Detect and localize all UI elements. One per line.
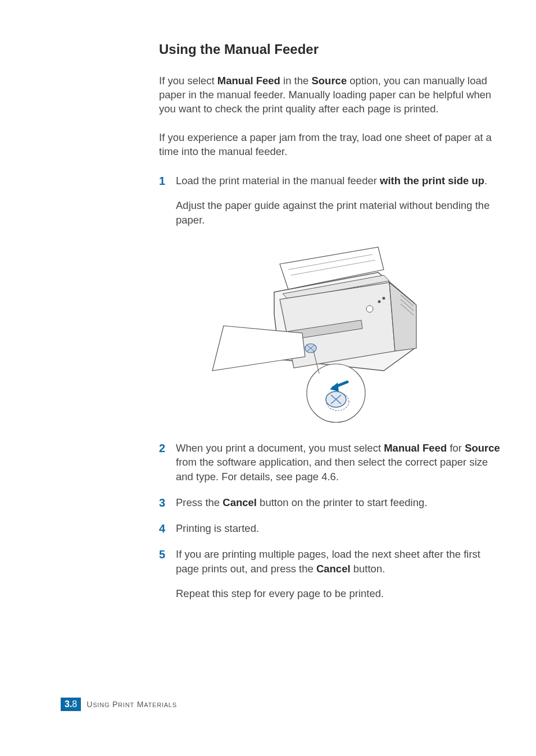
step-body: Load the print material in the manual fe… (176, 174, 502, 227)
svg-point-11 (378, 300, 381, 303)
intro-paragraph-2: If you experience a paper jam from the t… (159, 131, 502, 159)
step-text: Adjust the paper guide against the print… (176, 198, 502, 227)
text: Load the print material in the manual fe… (176, 175, 380, 186)
bold-text: Source (311, 75, 347, 86)
text: in the (280, 75, 312, 86)
step-text: Repeat this step for every page to be pr… (176, 586, 502, 601)
text: ATERIALS (144, 702, 177, 708)
step-body: When you print a document, you must sele… (176, 441, 502, 485)
text: M (137, 700, 144, 709)
bold-text: Source (465, 442, 500, 454)
chapter-number: 3. (65, 699, 72, 709)
step-number: 5 (159, 547, 176, 562)
bold-text: with the print side up (380, 175, 484, 186)
step-5: 5 If you are printing multiple pages, lo… (159, 547, 502, 601)
footer-section-title: USING PRINT MATERIALS (87, 700, 177, 709)
page-footer: 3.8 USING PRINT MATERIALS (61, 698, 177, 711)
text: U (87, 700, 93, 709)
text: P (112, 700, 118, 709)
step-1: 1 Load the print material in the manual … (159, 174, 502, 227)
step-2: 2 When you print a document, you must se… (159, 441, 502, 485)
printer-illustration (193, 239, 434, 424)
text: When you print a document, you must sele… (176, 442, 384, 454)
step-number: 4 (159, 521, 176, 536)
step-number: 3 (159, 495, 176, 510)
svg-marker-14 (212, 326, 305, 371)
text: Press the (176, 497, 222, 508)
page-number-badge: 3.8 (61, 698, 81, 711)
bold-text: Manual Feed (384, 442, 447, 454)
text: for (447, 442, 465, 454)
text: . (484, 175, 487, 186)
step-text: When you print a document, you must sele… (176, 441, 502, 485)
bold-text: Manual Feed (217, 75, 280, 86)
text: from the software application, and then … (176, 456, 488, 482)
step-body: Press the Cancel button on the printer t… (176, 495, 502, 510)
step-text: Printing is started. (176, 521, 502, 536)
page-number: 8 (72, 699, 77, 709)
step-text: Load the print material in the manual fe… (176, 174, 502, 188)
step-number: 1 (159, 174, 176, 188)
svg-point-10 (366, 306, 373, 312)
bold-text: Cancel (222, 497, 257, 508)
step-4: 4 Printing is started. (159, 521, 502, 536)
step-body: If you are printing multiple pages, load… (176, 547, 502, 601)
text: button. (351, 563, 385, 575)
bold-text: Cancel (316, 563, 351, 575)
step-number: 2 (159, 441, 176, 456)
text: button on the printer to start feeding. (257, 497, 427, 508)
step-text: Press the Cancel button on the printer t… (176, 495, 502, 510)
text: SING (93, 702, 110, 708)
svg-point-12 (383, 297, 385, 299)
step-text: If you are printing multiple pages, load… (176, 547, 502, 576)
intro-paragraph-1: If you select Manual Feed in the Source … (159, 74, 502, 116)
section-title: Using the Manual Feeder (159, 42, 502, 57)
text: If you select (159, 75, 217, 86)
step-body: Printing is started. (176, 521, 502, 536)
text: RINT (118, 702, 134, 708)
step-3: 3 Press the Cancel button on the printer… (159, 495, 502, 510)
